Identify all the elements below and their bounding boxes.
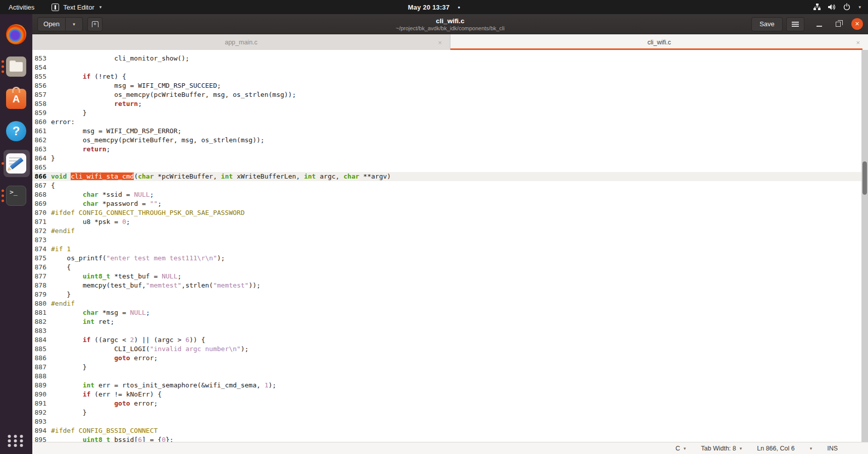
code-line-879[interactable]: 879 } — [32, 290, 868, 299]
new-tab-button[interactable]: + — [87, 17, 103, 31]
dock-item-text-editor[interactable] — [0, 147, 32, 180]
code-line-859[interactable]: 859 } — [32, 108, 868, 118]
cursor-position: Ln 866, Col 6 — [757, 445, 794, 452]
code-line-866[interactable]: 866void cli_wifi_sta_cmd(char *pcWriteBu… — [32, 172, 868, 181]
line-number: 881 — [32, 308, 51, 317]
minimize-button[interactable] — [813, 18, 825, 30]
code-line-865[interactable]: 865 — [32, 163, 868, 172]
code-line-881[interactable]: 881 char *msg = NULL; — [32, 308, 868, 317]
tab-cli-wifi-c[interactable]: cli_wifi.c × — [450, 34, 868, 50]
code-line-867[interactable]: 867{ — [32, 181, 868, 190]
code-line-863[interactable]: 863 return; — [32, 145, 868, 154]
code-text: } — [51, 290, 71, 299]
code-line-882[interactable]: 882 int ret; — [32, 317, 868, 326]
code-line-856[interactable]: 856 msg = WIFI_CMD_RSP_SUCCEED; — [32, 81, 868, 90]
line-number: 862 — [32, 136, 51, 145]
code-line-861[interactable]: 861 msg = WIFI_CMD_RSP_ERROR; — [32, 127, 868, 136]
line-number: 893 — [32, 417, 51, 426]
code-line-870[interactable]: 870#ifdef CONFIG_CONNECT_THROUGH_PSK_OR_… — [32, 208, 868, 217]
line-number: 857 — [32, 90, 51, 99]
dock-item-firefox[interactable] — [0, 18, 32, 50]
tab-close-icon[interactable]: × — [438, 38, 442, 46]
code-line-873[interactable]: 873 — [32, 236, 868, 245]
tab-width-selector[interactable]: Tab Width: 8 ▾ — [701, 445, 742, 452]
code-line-864[interactable]: 864} — [32, 154, 868, 163]
goto-line-dropdown[interactable]: ▾ — [810, 446, 812, 451]
code-line-855[interactable]: 855 if (!ret) { — [32, 72, 868, 81]
code-line-880[interactable]: 880#endif — [32, 299, 868, 308]
code-line-878[interactable]: 878 memcpy(test_buf,"memtest",strlen("me… — [32, 281, 868, 290]
code-line-858[interactable]: 858 return; — [32, 99, 868, 108]
code-line-884[interactable]: 884 if ((argc < 2) || (argc > 6)) { — [32, 335, 868, 345]
dock-item-terminal[interactable]: >_ — [0, 180, 32, 212]
code-text: u8 *psk = 0; — [51, 217, 130, 226]
code-line-874[interactable]: 874#if 1 — [32, 245, 868, 254]
code-line-893[interactable]: 893 — [32, 417, 868, 426]
hamburger-menu-button[interactable] — [786, 17, 804, 31]
code-line-883[interactable]: 883 — [32, 326, 868, 335]
power-icon — [843, 3, 851, 11]
code-line-860[interactable]: 860error: — [32, 118, 868, 127]
code-line-875[interactable]: 875 os_printf("enter test mem test111\r\… — [32, 254, 868, 263]
code-text: CLI_LOGI("invalid argc number\n"); — [51, 345, 248, 354]
vertical-scrollbar[interactable] — [861, 50, 868, 442]
system-status-area[interactable]: ▾ — [813, 3, 868, 11]
line-number: 854 — [32, 63, 51, 72]
tab-app-main-c[interactable]: app_main.c × — [32, 34, 450, 50]
clock[interactable]: May 20 13:37 — [408, 4, 450, 11]
line-number: 867 — [32, 181, 51, 190]
code-line-857[interactable]: 857 os_memcpy(pcWriteBuffer, msg, os_str… — [32, 90, 868, 99]
line-number: 871 — [32, 217, 51, 226]
dock-item-ubuntu-software[interactable]: A — [0, 83, 32, 115]
code-line-891[interactable]: 891 goto error; — [32, 399, 868, 408]
code-line-888[interactable]: 888 — [32, 372, 868, 381]
code-text: return; — [51, 99, 142, 108]
text-editor-icon — [6, 153, 26, 174]
notification-dot-icon: ● — [457, 5, 460, 10]
code-line-887[interactable]: 887 } — [32, 363, 868, 372]
activities-button[interactable]: Activities — [7, 4, 36, 11]
code-line-854[interactable]: 854 — [32, 63, 868, 72]
line-number: 861 — [32, 127, 51, 136]
window-subtitle-path: ~/project/bk_avdk/bk_idk/components/bk_c… — [32, 25, 868, 31]
dock-item-files[interactable] — [0, 50, 32, 83]
code-line-895[interactable]: 895 uint8_t bssid[6] = {0}; — [32, 435, 868, 442]
app-menu-button[interactable]: Text Editor ▾ — [52, 4, 101, 11]
show-applications-button[interactable] — [8, 435, 25, 447]
code-line-862[interactable]: 862 os_memcpy(pcWriteBuffer, msg, os_str… — [32, 136, 868, 145]
code-text: uint8_t bssid[6] = {0}; — [51, 435, 174, 442]
line-number: 883 — [32, 326, 51, 335]
code-text: #endif — [51, 299, 75, 308]
code-line-894[interactable]: 894#ifdef CONFIG_BSSID_CONNECT — [32, 426, 868, 435]
language-selector[interactable]: C ▾ — [676, 445, 686, 452]
chevron-down-icon: ▾ — [99, 5, 102, 10]
restore-button[interactable] — [832, 18, 844, 30]
running-indicator-dots — [2, 162, 4, 165]
code-line-869[interactable]: 869 char *password = ""; — [32, 199, 868, 208]
code-line-853[interactable]: 853 cli_monitor_show(); — [32, 54, 868, 63]
code-editor[interactable]: 853 cli_monitor_show();854855 if (!ret) … — [32, 50, 868, 442]
save-button[interactable]: Save — [751, 17, 783, 31]
code-line-871[interactable]: 871 u8 *psk = 0; — [32, 217, 868, 226]
code-line-877[interactable]: 877 uint8_t *test_buf = NULL; — [32, 272, 868, 281]
code-line-872[interactable]: 872#endif — [32, 226, 868, 236]
dock-item-help[interactable]: ? — [0, 115, 32, 147]
line-number: 865 — [32, 163, 51, 172]
code-area[interactable]: 853 cli_monitor_show();854855 if (!ret) … — [32, 54, 868, 442]
code-line-892[interactable]: 892 } — [32, 408, 868, 417]
scrollbar-thumb[interactable] — [862, 161, 867, 195]
code-line-889[interactable]: 889 int err = rtos_init_semaphore(&wifi_… — [32, 381, 868, 390]
code-line-886[interactable]: 886 goto error; — [32, 354, 868, 363]
code-line-876[interactable]: 876 { — [32, 263, 868, 272]
open-button[interactable]: Open — [37, 17, 66, 31]
code-text: #if 1 — [51, 245, 71, 254]
code-line-890[interactable]: 890 if (err != kNoErr) { — [32, 390, 868, 399]
code-line-885[interactable]: 885 CLI_LOGI("invalid argc number\n"); — [32, 345, 868, 354]
line-number: 866 — [32, 172, 51, 181]
open-dropdown-button[interactable]: ▾ — [66, 17, 83, 31]
tab-close-icon[interactable]: × — [856, 38, 860, 46]
code-text: os_printf("enter test mem test111\r\n"); — [51, 254, 225, 263]
code-line-868[interactable]: 868 char *ssid = NULL; — [32, 190, 868, 199]
close-button[interactable]: × — [851, 18, 863, 30]
insert-mode-indicator: INS — [827, 445, 838, 452]
